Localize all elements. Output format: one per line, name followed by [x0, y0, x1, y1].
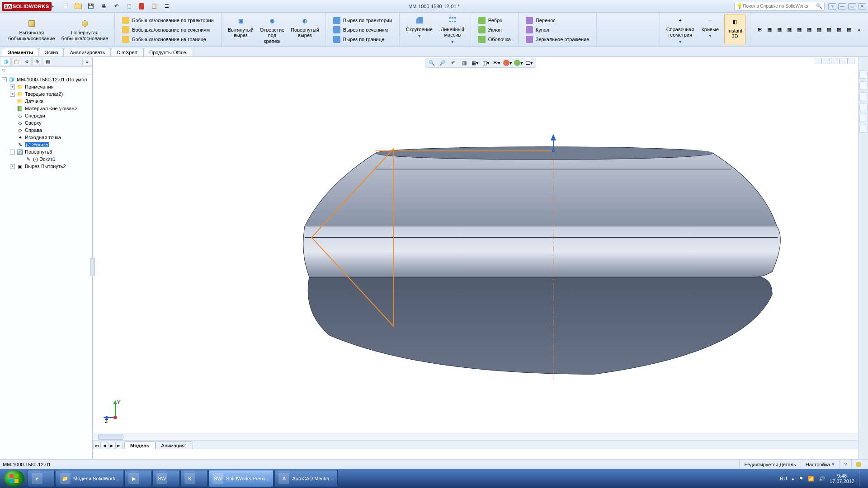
expand-icon[interactable]: -: [2, 77, 7, 82]
help-search[interactable]: 💡 🔍: [734, 2, 825, 11]
search-input[interactable]: [743, 4, 816, 9]
tree-node[interactable]: 📗Материал <не указан>: [0, 105, 92, 112]
horizontal-scrollbar[interactable]: [93, 433, 868, 440]
shell-button[interactable]: Оболочка: [477, 35, 512, 43]
wrap-button[interactable]: Перенос: [525, 16, 590, 24]
expand-icon[interactable]: +: [10, 92, 15, 97]
swept-cut-button[interactable]: Вырез по траектории: [332, 16, 393, 24]
feature-tree[interactable]: -🧊MM-1000-1580-12-01 (По умол+📁Примечани…: [0, 75, 92, 459]
tree-node[interactable]: +📁Примечания: [0, 83, 92, 90]
tab-sketch[interactable]: Эскиз: [39, 48, 64, 56]
view-expand[interactable]: »: [854, 26, 863, 34]
tray-sound-icon[interactable]: 🔊: [819, 476, 825, 482]
undo-button[interactable]: ↶: [111, 1, 121, 11]
view-cube-1[interactable]: ▦: [765, 26, 774, 34]
tree-node[interactable]: ◇Спереди: [0, 112, 92, 119]
ft-tab-conf[interactable]: ⚙: [22, 58, 32, 66]
taskbar-item[interactable]: 📁Модели SolidWork...: [56, 470, 123, 487]
options-button[interactable]: 📋: [149, 1, 159, 11]
start-button[interactable]: [4, 470, 24, 487]
view-cube-2[interactable]: ▦: [775, 26, 784, 34]
instant3d-button[interactable]: ◧Instant 3D: [724, 14, 745, 45]
tab-model[interactable]: Модель: [124, 441, 156, 449]
taskpane-view[interactable]: [859, 103, 868, 111]
view-cube-6[interactable]: ▦: [815, 26, 824, 34]
fillet-button[interactable]: Скругление▾: [404, 14, 434, 45]
close-button[interactable]: ✕: [858, 3, 866, 9]
view-cube-4[interactable]: ▦: [795, 26, 804, 34]
boundary-cut-button[interactable]: Вырез по границе: [332, 35, 393, 43]
taskpane-explorer[interactable]: [859, 92, 868, 100]
tab-nav-next[interactable]: ▶: [108, 442, 115, 449]
tree-node[interactable]: +📁Твердые тела(2): [0, 90, 92, 98]
view-cube-3[interactable]: ▦: [785, 26, 794, 34]
tab-nav-first[interactable]: ⏮: [94, 442, 101, 449]
ft-tab-prop[interactable]: 📋: [11, 58, 21, 66]
tab-evaluate[interactable]: Анализировать: [64, 48, 111, 56]
rebuild-button[interactable]: [137, 1, 146, 11]
restore-button[interactable]: ▭: [848, 3, 856, 9]
taskbar-item[interactable]: AAutoCAD Mecha...: [274, 470, 337, 487]
new-doc-button[interactable]: 📄: [61, 1, 71, 11]
expand-icon[interactable]: +: [10, 164, 15, 169]
linear-pattern-button[interactable]: Линейный массив▾: [439, 14, 466, 45]
tab-dimxpert[interactable]: DimXpert: [111, 48, 143, 56]
tab-features[interactable]: Элементы: [2, 48, 39, 56]
taskpane-appear[interactable]: [859, 114, 868, 122]
help-button[interactable]: ?: [828, 3, 836, 9]
boundary-boss-button[interactable]: Бобышка/основание на границе: [121, 35, 215, 43]
tree-node[interactable]: ✎(-) Эскиз1: [0, 155, 92, 163]
tree-node[interactable]: ✎(-) Эскиз5: [0, 141, 92, 148]
panel-splitter[interactable]: [90, 258, 95, 276]
minimize-button[interactable]: —: [838, 3, 846, 9]
clock[interactable]: 9:4817.07.2012: [830, 473, 854, 484]
expand-icon[interactable]: +: [10, 84, 15, 89]
tray-chevron-icon[interactable]: ▴: [792, 476, 794, 482]
taskpane-lib[interactable]: [859, 81, 868, 89]
menu-dropdown-icon[interactable]: ▸: [52, 3, 54, 9]
revolve-boss-button[interactable]: Повернутая бобышка/основание: [60, 17, 110, 42]
ft-tab-dim[interactable]: ⊕: [32, 58, 42, 66]
lang-indicator[interactable]: RU: [780, 476, 787, 481]
save-button[interactable]: 💾: [86, 1, 96, 11]
show-desktop-button[interactable]: [859, 470, 863, 487]
tree-node[interactable]: 📁Датчики: [0, 98, 92, 105]
lofted-cut-button[interactable]: Вырез по сечениям: [332, 26, 393, 34]
tree-node[interactable]: -🔄Повернуть3: [0, 148, 92, 155]
ft-tab-expand[interactable]: »: [82, 58, 92, 66]
tab-nav-prev[interactable]: ◀: [101, 442, 108, 449]
tray-net-icon[interactable]: 📶: [808, 476, 814, 482]
view-cube-7[interactable]: ▦: [825, 26, 834, 34]
expand-icon[interactable]: -: [10, 150, 15, 155]
taskbar-item[interactable]: SWSolidWorks Premi...: [208, 470, 274, 487]
mirror-button[interactable]: Зеркальное отражение: [525, 35, 590, 43]
tree-node[interactable]: -🧊MM-1000-1580-12-01 (По умол: [0, 76, 92, 83]
open-button[interactable]: [73, 1, 83, 11]
tree-node[interactable]: ✦Исходная точка: [0, 134, 92, 141]
tab-animation[interactable]: Анимация1: [156, 441, 193, 449]
view-cube-9[interactable]: ▦: [844, 26, 854, 34]
view-cube-5[interactable]: ▦: [805, 26, 814, 34]
search-icon[interactable]: 🔍: [816, 3, 822, 9]
taskbar-item[interactable]: K: [180, 470, 208, 487]
taskbar-item[interactable]: e: [28, 470, 55, 487]
tab-nav-last[interactable]: ⏭: [115, 442, 123, 449]
hole-wizard-button[interactable]: ◉Отверстие под крепеж: [258, 14, 286, 44]
extrude-boss-button[interactable]: Вытянутая бобышка/основание: [6, 17, 57, 42]
tab-office[interactable]: Продукты Office: [143, 48, 192, 56]
view-cube-8[interactable]: ▦: [835, 26, 844, 34]
graphics-viewport[interactable]: 🔍 🔎 ↶ ▥ ▦▾ ◫▾ 👁▾ ▾ ▾ ☰▾: [93, 57, 868, 459]
print-button[interactable]: 🖶: [99, 1, 108, 11]
tree-node[interactable]: ◇Сверху: [0, 119, 92, 127]
revolve-cut-button[interactable]: ◐Повернутый вырез: [289, 14, 321, 44]
select-button[interactable]: ⬚: [124, 1, 134, 11]
lofted-boss-button[interactable]: Бобышка/основание по сечениям: [121, 26, 215, 34]
extrude-cut-button[interactable]: ▣Вытянутый вырез: [226, 14, 255, 44]
taskbar-item[interactable]: SW: [152, 470, 179, 487]
settings-button[interactable]: ☰: [162, 1, 172, 11]
tree-node[interactable]: ◇Справа: [0, 127, 92, 134]
status-rebuild-icon[interactable]: [851, 460, 865, 469]
ft-tab-disp[interactable]: ▤: [42, 58, 52, 66]
ref-geometry-button[interactable]: ✦Справочная геометрия▾: [665, 14, 696, 45]
draft-button[interactable]: Уклон: [477, 26, 512, 34]
